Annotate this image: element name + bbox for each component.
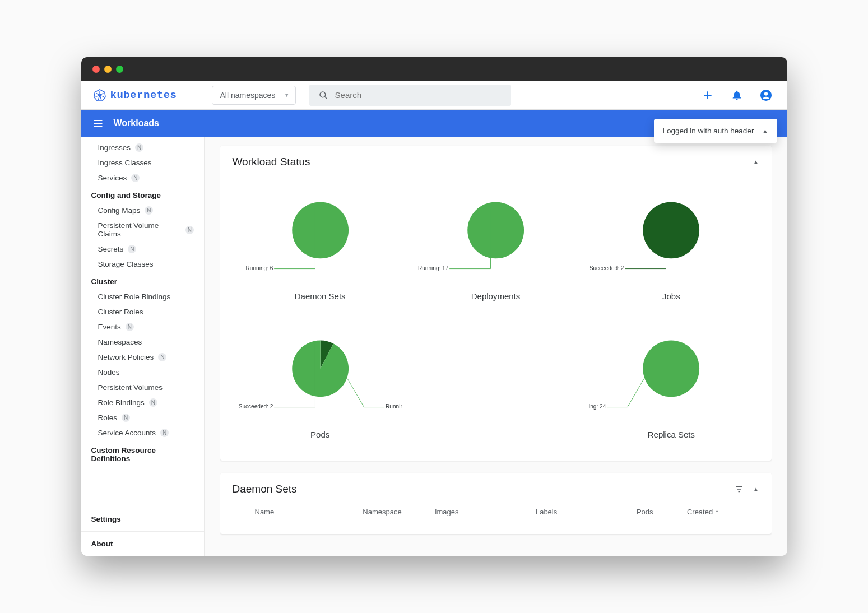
sidebar-item-service-accounts[interactable]: Service AccountsN — [81, 425, 204, 440]
sidebar-item-role-bindings[interactable]: Role BindingsN — [81, 395, 204, 410]
column-header-created[interactable]: Created↑ — [687, 508, 759, 516]
svg-text:Running: 6: Running: 6 — [245, 265, 273, 271]
main-content: Workload Status ▲ Running: 6Daemon SetsR… — [205, 137, 787, 556]
column-header-images[interactable]: Images — [435, 508, 536, 516]
kubernetes-logo-icon — [94, 89, 106, 101]
namespace-badge-icon: N — [131, 174, 140, 182]
sidebar-item-label: Secrets — [98, 245, 124, 253]
brand: kubernetes — [94, 89, 177, 101]
sidebar-item-network-policies[interactable]: Network PoliciesN — [81, 350, 204, 365]
svg-text:Succeeded: 2: Succeeded: 2 — [238, 403, 273, 410]
sidebar-item-persistent-volume-claims[interactable]: Persistent Volume ClaimsN — [81, 218, 204, 242]
chart-title: Deployments — [471, 291, 521, 301]
sidebar-item-label: Ingress Classes — [98, 159, 152, 167]
column-header-name[interactable]: Name — [255, 508, 363, 516]
sidebar-item-label: Namespaces — [98, 338, 142, 346]
svg-text:Running: 17: Running: 17 — [418, 265, 449, 271]
search-input[interactable] — [335, 90, 502, 100]
pie-chart-icon: Running: 6 — [238, 191, 402, 280]
sidebar-footer-about[interactable]: About — [81, 531, 204, 556]
account-button[interactable] — [755, 84, 777, 106]
sidebar-section-cluster[interactable]: Cluster — [81, 272, 204, 289]
svg-text:Succeeded: 2: Succeeded: 2 — [590, 265, 624, 271]
sort-asc-icon: ↑ — [715, 508, 719, 516]
sidebar-item-label: Persistent Volumes — [98, 383, 163, 392]
sidebar-item-label: Services — [98, 174, 127, 182]
workload-chart-pods: Succeeded: 2Running: 24Pods — [238, 329, 402, 439]
sidebar-item-services[interactable]: ServicesN — [81, 170, 204, 185]
namespace-badge-icon: N — [145, 206, 153, 215]
collapse-card-button[interactable]: ▲ — [753, 159, 759, 165]
namespace-selector[interactable]: All namespaces ▼ — [212, 86, 296, 105]
pie-chart-icon: Running: 24 — [589, 329, 753, 419]
sidebar-item-label: Ingresses — [98, 143, 131, 152]
namespace-badge-icon: N — [149, 398, 157, 407]
menu-toggle-button[interactable] — [92, 118, 104, 129]
collapse-table-button[interactable]: ▲ — [753, 486, 759, 493]
sidebar-footer-settings[interactable]: Settings — [81, 507, 204, 531]
sidebar-item-label: Role Bindings — [98, 398, 145, 407]
create-button[interactable] — [697, 84, 719, 106]
sidebar-item-namespaces[interactable]: Namespaces — [81, 335, 204, 350]
svg-text:Running: 24: Running: 24 — [589, 403, 606, 410]
workload-status-card: Workload Status ▲ Running: 6Daemon SetsR… — [220, 146, 772, 461]
sidebar-section-config-and-storage[interactable]: Config and Storage — [81, 185, 204, 203]
sidebar-item-cluster-role-bindings[interactable]: Cluster Role Bindings — [81, 289, 204, 304]
svg-point-20 — [467, 202, 524, 258]
maximize-window-icon[interactable] — [116, 66, 123, 73]
svg-point-9 — [320, 92, 326, 97]
sidebar-item-events[interactable]: EventsN — [81, 319, 204, 335]
filter-icon[interactable] — [734, 484, 744, 494]
svg-point-18 — [292, 202, 349, 258]
sidebar-item-ingress-classes[interactable]: Ingress Classes — [81, 155, 204, 170]
svg-point-22 — [643, 202, 699, 258]
column-header-pods[interactable]: Pods — [637, 508, 687, 516]
chart-title: Jobs — [662, 291, 680, 301]
search-bar[interactable] — [309, 85, 511, 106]
namespace-badge-icon: N — [158, 353, 166, 361]
namespace-badge-icon: N — [135, 143, 143, 152]
sidebar-item-persistent-volumes[interactable]: Persistent Volumes — [81, 380, 204, 395]
pie-chart-icon: Running: 17 — [414, 191, 578, 280]
daemon-sets-title: Daemon Sets — [233, 483, 297, 495]
workload-charts-grid: Running: 6Daemon SetsRunning: 17Deployme… — [233, 185, 759, 445]
sidebar-section-custom-resource-definitions[interactable]: Custom Resource Definitions — [81, 440, 204, 466]
account-popover-collapse-button[interactable]: ▲ — [763, 128, 768, 134]
appbar: kubernetes All namespaces ▼ — [81, 81, 787, 110]
app-window: kubernetes All namespaces ▼ — [81, 57, 787, 556]
sidebar-item-roles[interactable]: RolesN — [81, 410, 204, 425]
sidebar-item-storage-classes[interactable]: Storage Classes — [81, 257, 204, 272]
workload-chart-replica-sets: Running: 24Replica Sets — [589, 329, 753, 439]
daemon-sets-table-header: NameNamespaceImagesLabelsPodsCreated↑ — [233, 503, 759, 518]
svg-text:Running: 24: Running: 24 — [386, 403, 402, 410]
sidebar-item-config-maps[interactable]: Config MapsN — [81, 203, 204, 218]
svg-line-10 — [324, 96, 327, 99]
sidebar-item-label: Service Accounts — [98, 429, 156, 437]
sidebar-item-label: Storage Classes — [98, 260, 154, 268]
chart-title: Replica Sets — [648, 430, 695, 439]
chevron-down-icon: ▼ — [284, 92, 290, 98]
pie-chart-icon: Succeeded: 2Running: 24 — [238, 329, 402, 419]
close-window-icon[interactable] — [92, 66, 100, 73]
page-title: Workloads — [114, 118, 160, 128]
sidebar-item-secrets[interactable]: SecretsN — [81, 242, 204, 257]
workload-chart-daemon-sets: Running: 6Daemon Sets — [238, 191, 402, 301]
sidebar-item-label: Nodes — [98, 368, 120, 377]
sidebar-item-label: Config Maps — [98, 206, 141, 215]
namespace-badge-icon: N — [128, 245, 136, 253]
minimize-window-icon[interactable] — [104, 66, 112, 73]
sidebar-item-label: Cluster Role Bindings — [98, 292, 171, 301]
column-header-namespace[interactable]: Namespace — [363, 508, 435, 516]
notifications-button[interactable] — [726, 84, 748, 106]
workload-status-title: Workload Status — [233, 156, 310, 168]
workload-chart-deployments: Running: 17Deployments — [414, 191, 578, 301]
pie-chart-icon: Succeeded: 2 — [589, 191, 753, 280]
column-header-select — [233, 508, 255, 516]
sidebar-item-nodes[interactable]: Nodes — [81, 365, 204, 380]
sidebar: IngressesNIngress ClassesServicesNConfig… — [81, 137, 205, 556]
svg-point-26 — [643, 340, 699, 397]
sidebar-item-cluster-roles[interactable]: Cluster Roles — [81, 304, 204, 319]
column-header-labels[interactable]: Labels — [536, 508, 637, 516]
namespace-badge-icon: N — [160, 429, 169, 437]
sidebar-item-ingresses[interactable]: IngressesN — [81, 140, 204, 155]
